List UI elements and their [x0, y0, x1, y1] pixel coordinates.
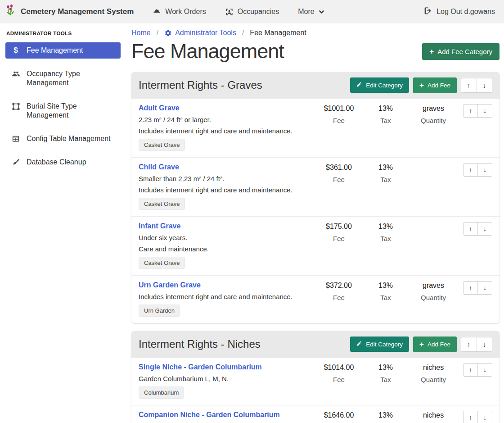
- fee-name-link[interactable]: Companion Niche - Garden Columbarium: [139, 411, 280, 419]
- tulip-logo-icon: [5, 4, 17, 20]
- logout-button[interactable]: Log Out d.gowans: [423, 6, 495, 17]
- fee-reorder-controls: ↑ ↓: [463, 281, 492, 295]
- move-category-down-button[interactable]: ↓: [477, 78, 492, 92]
- fee-category-card-graves: Interment Rights - Graves Edit Category …: [131, 72, 500, 323]
- fee-amount-label: Fee: [314, 376, 364, 383]
- pencil-icon: [356, 82, 362, 89]
- occupancy-frame-icon: [225, 8, 234, 16]
- move-fee-down-button[interactable]: ↓: [477, 223, 492, 235]
- move-fee-down-button[interactable]: ↓: [477, 164, 492, 176]
- nav-more-label: More: [298, 8, 314, 16]
- move-fee-up-button[interactable]: ↑: [464, 223, 477, 235]
- sidebar-item-fee-management[interactable]: $ Fee Management: [5, 42, 121, 59]
- app-brand[interactable]: Cemetery Management System: [5, 4, 134, 20]
- add-fee-button[interactable]: + Add Fee: [413, 337, 457, 352]
- fee-tax-column: 13% Tax: [364, 411, 407, 423]
- fee-tax-label: Tax: [364, 294, 407, 301]
- nav-work-orders-label: Work Orders: [165, 8, 206, 16]
- fee-amount: $372.00: [314, 282, 364, 290]
- move-category-down-button[interactable]: ↓: [477, 337, 492, 351]
- breadcrumb-current: Fee Management: [250, 29, 306, 37]
- fee-quantity-label: Quantity: [407, 117, 459, 124]
- breadcrumb-admin-tools-link[interactable]: Administrator Tools: [164, 29, 236, 37]
- fee-quantity-column: niches Quantity: [407, 363, 459, 383]
- fee-description: 2.23 m² / 24 ft² or larger.: [139, 116, 314, 123]
- fee-amount: $175.00: [314, 223, 364, 231]
- fee-name-link[interactable]: Urn Garden Grave: [139, 281, 201, 289]
- fee-quantity-column: niches Quantity: [407, 411, 459, 423]
- plus-icon: +: [419, 341, 424, 348]
- move-fee-up-button[interactable]: ↑: [464, 282, 477, 294]
- fee-amount-label: Fee: [314, 294, 364, 301]
- fee-quantity-column: Quantity: [407, 222, 459, 223]
- sidebar-item-occupancy-type-management[interactable]: Occupancy Type Management: [5, 66, 121, 91]
- fee-tax-column: 13% Tax: [364, 222, 407, 242]
- add-fee-button[interactable]: + Add Fee: [413, 77, 457, 93]
- move-fee-down-button[interactable]: ↓: [477, 282, 492, 294]
- sidebar-item-config-table-management[interactable]: Config Table Management: [5, 131, 121, 147]
- nav-occupancies-label: Occupancies: [238, 8, 279, 16]
- fee-amount-label: Fee: [314, 235, 364, 242]
- fee-row: Infant Grave Under six years. Care and m…: [131, 216, 500, 275]
- fee-reorder-controls: ↑ ↓: [463, 363, 492, 377]
- people-icon: [11, 70, 21, 78]
- fee-name-link[interactable]: Single Niche - Garden Columbarium: [139, 363, 262, 371]
- move-fee-down-button[interactable]: ↓: [477, 105, 492, 117]
- fee-amount-column: $1001.00 Fee: [314, 104, 364, 124]
- move-fee-up-button[interactable]: ↑: [464, 411, 477, 423]
- category-header: Interment Rights - Graves Edit Category …: [131, 72, 500, 99]
- edit-category-button[interactable]: Edit Category: [350, 337, 409, 352]
- fee-quantity-label: Quantity: [407, 294, 459, 301]
- category-header: Interment Rights - Niches Edit Category …: [131, 331, 500, 358]
- fee-tax-column: 13% Tax: [364, 281, 407, 301]
- fee-amount: $1001.00: [314, 105, 364, 113]
- fee-tax: 13%: [364, 411, 407, 419]
- fee-name-link[interactable]: Adult Grave: [139, 104, 180, 112]
- fee-description: Includes interment right and care and ma…: [139, 127, 314, 135]
- move-fee-up-button[interactable]: ↑: [464, 164, 477, 176]
- sidebar-item-label: Database Cleanup: [27, 158, 86, 167]
- nav-work-orders[interactable]: Work Orders: [153, 8, 206, 16]
- nav-occupancies[interactable]: Occupancies: [225, 8, 279, 16]
- fee-row: Companion Niche - Garden Columbarium Gar…: [131, 405, 500, 423]
- sidebar-item-label: Burial Site Type Management: [27, 102, 115, 120]
- fee-name-link[interactable]: Infant Grave: [139, 222, 180, 230]
- fee-quantity-column: graves Quantity: [407, 104, 459, 124]
- breadcrumb-separator: /: [242, 29, 244, 37]
- fee-amount-column: $361.00 Fee: [314, 163, 364, 183]
- category-title: Interment Rights - Graves: [139, 79, 346, 91]
- move-fee-down-button[interactable]: ↓: [477, 364, 492, 376]
- move-fee-up-button[interactable]: ↑: [464, 364, 477, 376]
- sidebar-item-burial-site-type-management[interactable]: Burial Site Type Management: [5, 98, 121, 123]
- page-title: Fee Management: [131, 40, 284, 63]
- fee-reorder-controls: ↑ ↓: [463, 163, 492, 177]
- nav-more-menu[interactable]: More: [298, 8, 324, 16]
- breadcrumb-home-link[interactable]: Home: [131, 29, 151, 37]
- fee-tax: 13%: [364, 164, 407, 172]
- fee-description: Care and maintenance.: [139, 245, 314, 253]
- fee-description: Includes interment right and care and ma…: [139, 293, 314, 300]
- fee-amount-column: $1646.00 Fee: [314, 411, 364, 423]
- broom-icon: [11, 158, 21, 167]
- fee-description: Smaller than 2.23 m² / 24 ft².: [139, 175, 314, 182]
- move-category-up-button[interactable]: ↑: [461, 78, 477, 92]
- fee-quantity: graves: [407, 105, 459, 113]
- fee-tax: 13%: [364, 105, 407, 113]
- fee-name-link[interactable]: Child Grave: [139, 163, 179, 171]
- move-fee-down-button[interactable]: ↓: [477, 411, 492, 423]
- sidebar-item-database-cleanup[interactable]: Database Cleanup: [5, 154, 121, 171]
- move-fee-up-button[interactable]: ↑: [464, 105, 477, 117]
- plot-frame-icon: [11, 102, 21, 111]
- add-fee-category-button[interactable]: + Add Fee Category: [422, 43, 500, 60]
- fee-row: Single Niche - Garden Columbarium Garden…: [131, 358, 500, 405]
- gear-icon: [164, 29, 172, 37]
- sidebar-item-label: Occupancy Type Management: [27, 69, 115, 87]
- fee-description: Includes interment right and care and ma…: [139, 186, 314, 194]
- fee-quantity: niches: [407, 364, 459, 372]
- fee-quantity: niches: [407, 411, 459, 419]
- edit-category-button[interactable]: Edit Category: [350, 77, 409, 93]
- move-category-up-button[interactable]: ↑: [461, 337, 477, 351]
- plus-icon: +: [429, 48, 434, 55]
- fee-quantity-column: Quantity: [407, 163, 459, 164]
- category-title: Interment Rights - Niches: [139, 338, 346, 350]
